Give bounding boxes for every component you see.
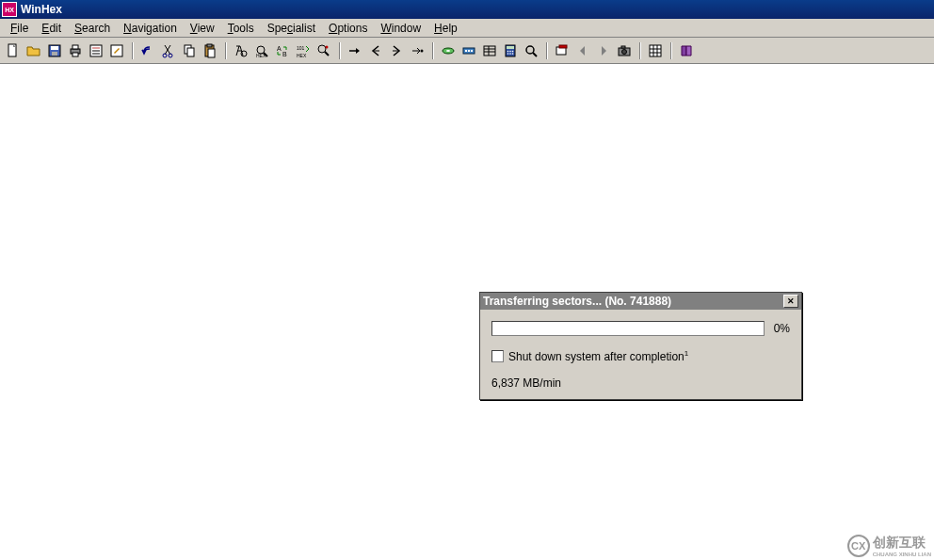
svg-line-28	[325, 52, 329, 56]
find-hex-icon[interactable]: HEX	[251, 40, 272, 61]
svg-point-51	[512, 53, 514, 55]
toolbar-separator	[543, 40, 550, 61]
menu-window[interactable]: Window	[374, 20, 427, 37]
svg-text:101: 101	[297, 45, 305, 51]
watermark-icon: CX	[847, 535, 870, 557]
dialog-titlebar[interactable]: Transferring sectors... (No. 741888) ✕	[480, 293, 801, 310]
forward-icon[interactable]	[386, 40, 407, 61]
svg-rect-5	[72, 45, 78, 49]
shutdown-label: Shut down system after completion1	[508, 349, 688, 363]
back-icon[interactable]	[365, 40, 386, 61]
svg-point-33	[421, 49, 424, 52]
toolbar-separator	[336, 40, 343, 61]
close-icon[interactable]: ✕	[783, 295, 798, 308]
toolbar-separator	[668, 40, 674, 61]
svg-point-29	[326, 45, 329, 48]
svg-rect-59	[650, 45, 661, 56]
menu-help[interactable]: Help	[427, 20, 464, 37]
toolbar: HEX AB 101HEX	[0, 38, 934, 64]
menu-file[interactable]: File	[4, 20, 35, 37]
toolbar-separator	[129, 40, 136, 61]
svg-point-57	[622, 49, 627, 54]
cut-icon[interactable]	[158, 40, 179, 61]
progress-bar	[491, 321, 765, 336]
titlebar: HX WinHex	[0, 0, 934, 19]
svg-text:HEX: HEX	[297, 53, 307, 58]
svg-rect-40	[484, 46, 495, 56]
open-disk-icon[interactable]	[438, 40, 459, 61]
goto-icon[interactable]	[345, 40, 365, 61]
save-icon[interactable]	[44, 40, 65, 61]
watermark-text: 创新互联 CHUANG XINHU LIAN	[873, 535, 931, 557]
writable-icon[interactable]	[106, 40, 127, 61]
svg-rect-17	[207, 44, 212, 47]
menu-options[interactable]: Options	[322, 20, 374, 37]
paste-icon[interactable]	[200, 40, 220, 61]
properties-icon[interactable]	[86, 40, 106, 61]
svg-point-47	[509, 50, 511, 52]
svg-line-53	[533, 53, 537, 56]
next-icon[interactable]	[407, 40, 427, 61]
previous-arrow-icon[interactable]	[572, 40, 593, 61]
dialog-body: 0% Shut down system after completion1 6,…	[480, 310, 801, 399]
replace-text-icon[interactable]: AB	[272, 40, 293, 61]
svg-rect-15	[187, 48, 194, 56]
svg-rect-45	[507, 46, 514, 49]
toolbar-separator	[222, 40, 229, 61]
transfer-dialog: Transferring sectors... (No. 741888) ✕ 0…	[479, 292, 802, 400]
svg-point-52	[526, 46, 534, 54]
svg-rect-37	[465, 50, 467, 52]
svg-rect-38	[468, 50, 470, 52]
undo-icon[interactable]	[137, 40, 158, 61]
svg-point-35	[446, 50, 450, 52]
app-title: WinHex	[21, 3, 62, 16]
calculator-icon[interactable]	[500, 40, 521, 61]
svg-rect-18	[208, 49, 215, 57]
dialog-title-text: Transferring sectors... (No. 741888)	[483, 295, 783, 308]
options-icon[interactable]	[645, 40, 666, 61]
svg-rect-58	[621, 46, 625, 48]
menu-navigation[interactable]: Navigation	[117, 20, 184, 37]
svg-rect-6	[72, 53, 78, 56]
analyze-icon[interactable]	[521, 40, 541, 61]
transfer-rate: 6,837 MB/min	[491, 376, 790, 390]
copy-icon[interactable]	[179, 40, 200, 61]
replace-hex-icon[interactable]: 101HEX	[293, 40, 314, 61]
svg-point-27	[318, 45, 326, 53]
app-icon: HX	[2, 2, 17, 17]
new-file-icon[interactable]	[3, 40, 24, 61]
svg-rect-55	[559, 45, 567, 48]
open-ram-icon[interactable]	[459, 40, 479, 61]
svg-text:B: B	[282, 51, 287, 57]
find-again-icon[interactable]	[314, 40, 334, 61]
menu-search[interactable]: Search	[68, 20, 117, 37]
progress-percent: 0%	[774, 322, 790, 335]
svg-point-50	[509, 53, 511, 55]
watermark: CX 创新互联 CHUANG XINHU LIAN	[847, 535, 931, 557]
snapshot-icon[interactable]	[614, 40, 635, 61]
open-file-icon[interactable]	[24, 40, 44, 61]
help-icon[interactable]	[676, 40, 697, 61]
menu-edit[interactable]: Edit	[35, 20, 68, 37]
svg-point-46	[507, 50, 509, 52]
svg-text:A: A	[277, 45, 282, 52]
print-icon[interactable]	[65, 40, 86, 61]
menu-specialist[interactable]: Specialist	[261, 20, 322, 37]
position-manager-icon[interactable]	[552, 40, 572, 61]
menubar: File Edit Search Navigation View Tools S…	[0, 19, 934, 38]
shutdown-checkbox[interactable]	[491, 350, 504, 362]
svg-rect-3	[52, 52, 57, 56]
data-interpreter-icon[interactable]	[479, 40, 500, 61]
svg-point-48	[512, 50, 514, 52]
menu-view[interactable]: View	[184, 20, 221, 37]
svg-text:HEX: HEX	[256, 53, 266, 58]
toolbar-separator	[429, 40, 436, 61]
svg-point-49	[507, 53, 509, 55]
svg-rect-39	[471, 50, 473, 52]
menu-tools[interactable]: Tools	[221, 20, 261, 37]
toolbar-separator	[636, 40, 643, 61]
find-text-icon[interactable]	[231, 40, 251, 61]
svg-rect-2	[51, 46, 58, 50]
next-arrow-icon[interactable]	[593, 40, 614, 61]
